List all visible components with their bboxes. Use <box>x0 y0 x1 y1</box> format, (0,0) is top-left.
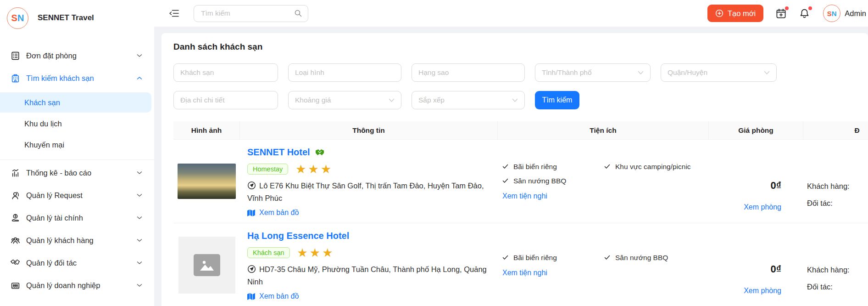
rating-cell: Khách hàng: Đối tác: <box>803 140 868 223</box>
partner-handshake-icon <box>314 148 325 156</box>
sidebar-item-requests[interactable]: Quản lý Request <box>0 185 154 205</box>
filter-sort-placeholder: Sắp xếp <box>418 96 445 104</box>
sidebar-item-partners[interactable]: Quản lý đối tác <box>0 253 154 273</box>
brand-logo-letter-n: N <box>17 13 24 23</box>
sidebar-subitem-promotions[interactable]: Khuyến mại <box>0 135 151 155</box>
app-window: SN SENNET Travel Đơn đặt phòng Tìm kiếm … <box>0 0 868 306</box>
table-row: SENNET Hotel Homestay ★★★ Lô E76 Khu Biệ… <box>173 140 868 223</box>
chevron-down-icon <box>137 238 142 242</box>
sidebar-item-enterprises[interactable]: Quản lý doanh nghiệp <box>0 275 154 295</box>
sidebar-subitem-resorts[interactable]: Khu du lịch <box>0 113 151 134</box>
calendar-badge <box>785 6 789 10</box>
avatar-letter-s: S <box>827 10 832 17</box>
global-search <box>194 5 308 22</box>
star-rating: ★★★ <box>295 164 333 175</box>
sidebar-item-label: Quản lý tài chính <box>26 214 83 222</box>
amenity-item: Sân nướng BBQ <box>502 177 604 185</box>
amenities-cell: Bãi biển riêng Khu vực camping/picnic Sâ… <box>498 140 709 223</box>
hotel-info-cell: Hạ Long Essence Hotel Khách sạn ★★★ HD7-… <box>240 223 498 306</box>
notification-bell-button[interactable] <box>799 8 810 19</box>
main-content: Danh sách khách sạn Tỉnh/Thành phố Quận/… <box>154 27 868 306</box>
customer-rating-label: Khách hàng: <box>807 182 868 191</box>
photo-placeholder <box>178 237 235 294</box>
column-header-info: Thông tin <box>240 121 498 139</box>
filter-search-button[interactable]: Tìm kiếm <box>535 91 579 109</box>
brand-logo-letter-s: S <box>11 13 17 23</box>
calendar-button[interactable] <box>775 8 787 19</box>
plus-circle-icon <box>715 9 723 17</box>
chevron-down-icon <box>137 283 142 287</box>
chevron-down-icon <box>512 98 518 102</box>
hotel-icon <box>10 73 20 83</box>
view-rooms-link[interactable]: Xem phòng <box>744 287 781 295</box>
filter-district-select[interactable]: Quận/Huyện <box>661 63 777 82</box>
hotel-table: Hình ảnh Thông tin Tiện ích Giá phòng Đ … <box>173 121 868 306</box>
bar-chart-icon <box>10 168 20 178</box>
view-amenities-link[interactable]: Xem tiện nghi <box>502 192 547 200</box>
amenity-item: Bãi biển riêng <box>502 254 604 262</box>
create-new-button[interactable]: Tạo mới <box>707 5 763 22</box>
sidebar-item-bookings[interactable]: Đơn đặt phòng <box>0 45 154 66</box>
rating-cell: Khách hàng: Đối tác: <box>803 223 868 306</box>
person-icon <box>10 190 20 200</box>
view-map-label: Xem bản đồ <box>259 209 299 217</box>
hotel-info-cell: SENNET Hotel Homestay ★★★ Lô E76 Khu Biệ… <box>240 140 498 223</box>
chevron-up-icon <box>137 76 142 80</box>
view-rooms-link[interactable]: Xem phòng <box>744 203 781 211</box>
sidebar-subitem-hotels[interactable]: Khách sạn <box>0 92 151 113</box>
hotel-address-text: HD7-35 Châu Mỹ, Phường Tuần Châu, Thành … <box>247 265 487 286</box>
user-menu[interactable]: SN Admin <box>823 5 866 22</box>
sidebar-item-hotel-search[interactable]: Tìm kiếm khách sạn <box>0 68 154 88</box>
sidebar-menu: Đơn đặt phòng Tìm kiếm khách sạn Khách s… <box>0 29 154 295</box>
hotel-name-link[interactable]: SENNET Hotel <box>247 147 310 158</box>
notification-badge <box>808 6 812 10</box>
brand: SN SENNET Travel <box>0 0 154 29</box>
sidebar-item-finance[interactable]: Quản lý tài chính <box>0 208 154 228</box>
amenity-label: Khu vực camping/picnic <box>615 163 691 171</box>
filter-price-range-select[interactable]: Khoảng giá <box>288 91 401 109</box>
username: Admin <box>845 9 866 18</box>
picture-icon <box>194 254 220 276</box>
sidebar-item-label: Quản lý khách hàng <box>26 236 94 245</box>
sidebar-item-label: Quản lý doanh nghiệp <box>26 281 100 290</box>
filter-province-select[interactable]: Tỉnh/Thành phố <box>535 63 651 82</box>
chevron-down-icon <box>764 71 770 75</box>
filter-province-placeholder: Tỉnh/Thành phố <box>542 68 592 77</box>
hotel-type-tag: Khách sạn <box>247 247 290 258</box>
organization-icon <box>10 280 20 290</box>
filter-star-input[interactable] <box>412 63 525 82</box>
chevron-down-icon <box>638 71 644 75</box>
search-input[interactable] <box>194 5 308 22</box>
topbar-actions: Tạo mới SN Admin <box>707 5 868 22</box>
brand-logo: SN <box>7 7 28 29</box>
menu-fold-icon[interactable] <box>169 8 180 18</box>
price-cell: 0₫ Xem phòng <box>709 140 803 223</box>
table-row: Hạ Long Essence Hotel Khách sạn ★★★ HD7-… <box>173 223 868 306</box>
view-map-link[interactable]: Xem bản đồ <box>247 292 299 300</box>
view-map-label: Xem bản đồ <box>259 292 299 300</box>
sidebar-item-label: Thống kê - báo cáo <box>26 169 91 177</box>
star-rating: ★★★ <box>297 247 335 258</box>
hotel-image-cell <box>173 223 240 306</box>
column-header-amenities: Tiện ích <box>498 121 709 139</box>
hotel-name-link[interactable]: Hạ Long Essence Hotel <box>247 231 349 241</box>
booking-icon <box>10 51 20 61</box>
filter-hotel-input[interactable] <box>173 63 278 82</box>
hotel-image-cell <box>173 140 240 223</box>
sidebar-item-customers[interactable]: Quản lý khách hàng <box>0 230 154 250</box>
handshake-icon <box>10 258 20 268</box>
view-map-link[interactable]: Xem bản đồ <box>247 209 299 217</box>
topbar: Tạo mới SN Admin <box>154 0 868 27</box>
sidebar-item-statistics[interactable]: Thống kê - báo cáo <box>0 163 154 183</box>
filter-sort-select[interactable]: Sắp xếp <box>412 91 525 109</box>
view-amenities-link[interactable]: Xem tiện nghi <box>502 269 547 277</box>
search-icon <box>294 9 303 20</box>
sidebar: SN SENNET Travel Đơn đặt phòng Tìm kiếm … <box>0 0 154 306</box>
amenities-cell: Bãi biển riêng Sân nướng BBQ Xem tiện ng… <box>498 223 709 306</box>
chevron-down-icon <box>137 171 142 175</box>
sidebar-item-label: Tìm kiếm khách sạn <box>26 74 94 83</box>
sidebar-item-label: Quản lý đối tác <box>26 259 77 267</box>
filter-address-input[interactable] <box>173 91 278 109</box>
filter-type-input[interactable] <box>288 63 401 82</box>
sidebar-subitem-label: Khách sạn <box>24 98 60 107</box>
